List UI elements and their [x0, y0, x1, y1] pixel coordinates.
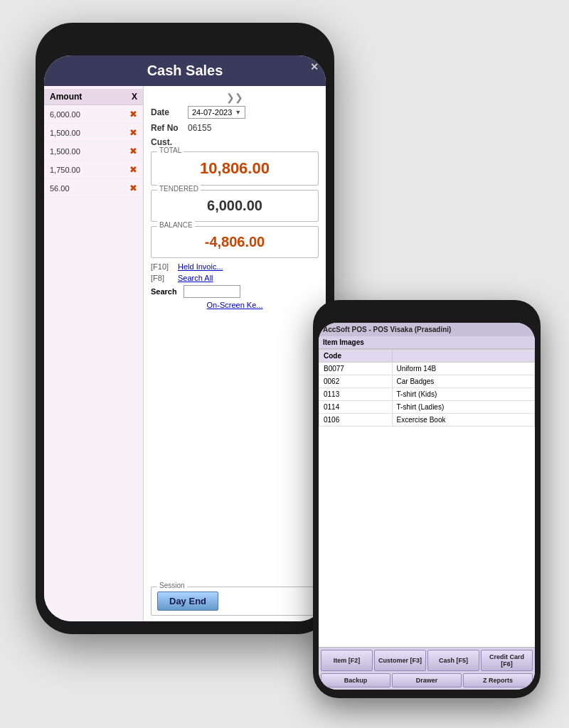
amount-value: 6,000.00 [50, 110, 80, 119]
date-value: 24-07-2023 [192, 108, 232, 117]
credit-card-f6-button[interactable]: Credit Card [F6] [481, 650, 533, 671]
pos-app: AccSoft POS - POS Visaka (Prasadini) Ite… [319, 323, 535, 690]
item-name: T-shirt (Kids) [392, 388, 534, 401]
drawer-button[interactable]: Drawer [392, 673, 462, 687]
session-box: Session Day End [151, 587, 319, 616]
table-row: 0113 T-shirt (Kids) [319, 388, 535, 401]
total-value: 10,806.00 [157, 156, 312, 181]
date-label: Date [151, 107, 188, 117]
search-all-link[interactable]: Search All [178, 274, 213, 282]
close-icon[interactable]: ✕ [310, 61, 319, 73]
phone-large: Cash Sales ✕ Amount X 6,000.00 ✖ [36, 23, 334, 634]
balance-value: -4,806.00 [157, 231, 312, 253]
phone-small-notch [402, 309, 452, 320]
list-item: 1,750.00 ✖ [44, 161, 143, 179]
amount-list-panel: Amount X 6,000.00 ✖ 1,500.00 ✖ 1,500.0 [44, 86, 144, 621]
pos-title-text: AccSoft POS - POS Visaka (Prasadini) [323, 326, 451, 333]
f8-key: [F8] [151, 274, 178, 282]
item-images-table-container: Code B0077 Uniform 14B 0062 Car B [319, 349, 535, 647]
table-row: B0077 Uniform 14B [319, 363, 535, 375]
customer-f3-button[interactable]: Customer [F3] [374, 650, 426, 671]
balance-label: BALANCE [157, 221, 195, 229]
tendered-section: TENDERED 6,000.00 [151, 190, 319, 222]
table-row: 0062 Car Badges [319, 375, 535, 388]
item-name: Uniform 14B [392, 363, 534, 375]
shortcut-row-f10: [F10] Held Invoic... [151, 262, 319, 271]
phone-small-screen: AccSoft POS - POS Visaka (Prasadini) Ite… [319, 323, 535, 690]
item-images-table: Code B0077 Uniform 14B 0062 Car B [319, 349, 535, 427]
f10-key: [F10] [151, 262, 178, 271]
list-item: 56.00 ✖ [44, 179, 143, 198]
refno-label: Ref No [151, 123, 188, 133]
phone-large-notch [149, 36, 220, 51]
amount-value: 1,750.00 [50, 166, 80, 174]
pos-btn-row-2: Backup Drawer Z Reports [319, 673, 535, 690]
shortcut-row-f8: [F8] Search All [151, 274, 319, 282]
delete-icon-2[interactable]: ✖ [129, 146, 137, 156]
item-name: Car Badges [392, 375, 534, 388]
delete-icon-1[interactable]: ✖ [129, 127, 137, 138]
pos-bottom-bar: Item [F2] Customer [F3] Cash [F5] Credit… [319, 647, 535, 690]
cust-row: Cust. [151, 137, 319, 147]
code-column-header: Code [319, 350, 393, 363]
tendered-label: TENDERED [157, 185, 201, 193]
name-column-header [392, 350, 534, 363]
date-row: Date 24-07-2023 ▼ [151, 106, 319, 119]
backup-button[interactable]: Backup [321, 673, 390, 687]
cash-sales-right-panel: ❯❯ Date 24-07-2023 ▼ Ref No 0 [144, 86, 326, 621]
amount-list-header: Amount X [44, 89, 143, 105]
cash-sales-app: Cash Sales ✕ Amount X 6,000.00 ✖ [44, 55, 326, 621]
pos-title-bar: AccSoft POS - POS Visaka (Prasadini) [319, 323, 535, 336]
on-screen-keyboard-link[interactable]: On-Screen Ke... [151, 301, 319, 309]
item-images-label: Item Images [319, 336, 535, 349]
list-item: 6,000.00 ✖ [44, 105, 143, 124]
date-picker[interactable]: 24-07-2023 ▼ [188, 106, 245, 119]
pos-btn-row-1: Item [F2] Customer [F3] Cash [F5] Credit… [319, 648, 535, 673]
total-section: TOTAL 10,806.00 [151, 151, 319, 186]
item-name: Excercise Book [392, 414, 534, 427]
delete-icon-0[interactable]: ✖ [129, 109, 137, 119]
phone-small: AccSoft POS - POS Visaka (Prasadini) Ite… [313, 300, 541, 698]
refno-row: Ref No 06155 [151, 123, 319, 133]
list-item: 1,500.00 ✖ [44, 142, 143, 161]
delete-icon-3[interactable]: ✖ [129, 164, 137, 175]
delete-column-header: X [132, 92, 137, 102]
item-code: 0062 [319, 375, 393, 388]
search-input[interactable] [184, 285, 240, 298]
delete-icon-4[interactable]: ✖ [129, 183, 137, 193]
cash-sales-title-bar: Cash Sales ✕ [44, 55, 326, 86]
cash-sales-title: Cash Sales [147, 63, 223, 78]
table-row: 0114 T-shirt (Ladies) [319, 401, 535, 414]
amount-value: 56.00 [50, 184, 70, 193]
item-code: 0106 [319, 414, 393, 427]
held-invoice-link[interactable]: Held Invoic... [178, 262, 223, 271]
z-reports-button[interactable]: Z Reports [463, 673, 533, 687]
item-code: 0114 [319, 401, 393, 414]
table-row: 0106 Excercise Book [319, 414, 535, 427]
amount-value: 1,500.00 [50, 129, 80, 137]
tendered-value: 6,000.00 [157, 195, 312, 217]
item-code: 0113 [319, 388, 393, 401]
cust-label: Cust. [151, 137, 188, 147]
day-end-button[interactable]: Day End [157, 592, 218, 611]
amount-value: 1,500.00 [50, 147, 80, 156]
item-name: T-shirt (Ladies) [392, 401, 534, 414]
dropdown-icon: ▼ [235, 109, 241, 116]
item-f2-button[interactable]: Item [F2] [321, 650, 373, 671]
phone-large-screen: Cash Sales ✕ Amount X 6,000.00 ✖ [44, 55, 326, 621]
amount-column-header: Amount [50, 92, 82, 102]
list-item: 1,500.00 ✖ [44, 124, 143, 142]
fold-indicator: ❯❯ [151, 92, 319, 103]
total-label: TOTAL [157, 146, 184, 154]
session-label: Session [157, 582, 187, 589]
balance-section: BALANCE -4,806.00 [151, 226, 319, 258]
item-code: B0077 [319, 363, 393, 375]
cash-f5-button[interactable]: Cash [F5] [427, 650, 479, 671]
search-label: Search [151, 287, 184, 296]
refno-value: 06155 [188, 123, 211, 133]
search-row: Search [151, 285, 319, 298]
